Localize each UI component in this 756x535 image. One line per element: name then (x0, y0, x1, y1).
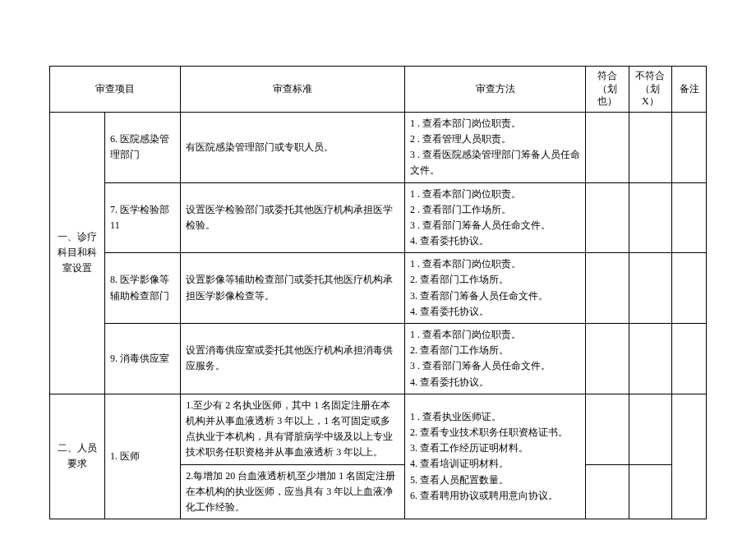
header-row: 审查项目 审查标准 审查方法 符合 （划也） 不符合 （划 X） 备注 (50, 67, 707, 113)
method-cell: 1 . 查看本部门岗位职责。 2 . 查看部门工作场所。 3 . 查看部门筹备人… (404, 182, 585, 253)
note-cell (672, 324, 707, 394)
conform-cell (586, 324, 629, 394)
note-cell (672, 253, 707, 324)
review-table: 审查项目 审查标准 审查方法 符合 （划也） 不符合 （划 X） 备注 一、诊疗… (49, 66, 707, 519)
table-row: 9. 消毒供应室 设置消毒供应室或委托其他医疗机构承担消毒供应服务。 1 . 查… (50, 324, 707, 394)
conform-cell (586, 112, 629, 182)
hdr-nonconform-sub: （划 X） (640, 83, 660, 108)
hdr-nonconform: 不符合 （划 X） (629, 67, 671, 113)
note-cell (672, 182, 707, 253)
subitem-cell: 8. 医学影像等辅助检查部门 (105, 253, 181, 324)
category-cell: 一、诊疗科目和科室设置 (50, 112, 105, 394)
subitem-cell: 7. 医学检验部11 (105, 182, 181, 253)
nonconform-cell (629, 464, 671, 519)
method-cell: 1 . 查看本部门岗位职责。 2. 查看部门工作场所。 3. 查看部门筹备人员任… (404, 253, 585, 324)
hdr-standard: 审查标准 (181, 67, 405, 113)
standard-cell: 设置影像等辅助检查部门或委托其他医疗机构承担医学影像检查等。 (181, 253, 405, 324)
method-cell: 1 . 查看执业医师证。 2. 查看专业技术职务任职资格证书。 3. 查看工作经… (404, 394, 585, 519)
subitem-cell: 1. 医师 (105, 394, 181, 519)
subitem-cell: 6. 医院感染管理部门 (105, 112, 181, 182)
standard-cell: 设置消毒供应室或委托其他医疗机构承担消毒供应服务。 (181, 324, 405, 394)
nonconform-cell (629, 253, 671, 324)
table-row: 8. 医学影像等辅助检查部门 设置影像等辅助检查部门或委托其他医疗机构承担医学影… (50, 253, 707, 324)
method-cell: 1 . 查看本部门岗位职责。 2 . 查看管理人员职责。 3 . 查看医院感染管… (404, 112, 585, 182)
standard-cell: 有医院感染管理部门或专职人员。 (181, 112, 405, 182)
table-row: 7. 医学检验部11 设置医学检验部门或委托其他医疗机构承担医学检验。 1 . … (50, 182, 707, 253)
subitem-cell: 9. 消毒供应室 (105, 324, 181, 394)
hdr-conform-sub: （划也） (597, 83, 617, 108)
nonconform-cell (629, 182, 671, 253)
hdr-note: 备注 (672, 67, 707, 113)
hdr-conform-label: 符合 (597, 70, 617, 81)
hdr-item: 审查项目 (50, 67, 181, 113)
category-cell: 二、人员要求 (50, 394, 105, 519)
conform-cell (586, 394, 629, 464)
nonconform-cell (629, 324, 671, 394)
hdr-nonconform-label: 不符合 (635, 70, 665, 81)
conform-cell (586, 182, 629, 253)
table-row: 二、人员要求 1. 医师 1.至少有 2 名执业医师，其中 1 名固定注册在本机… (50, 394, 707, 464)
hdr-conform: 符合 （划也） (586, 67, 629, 113)
table-row: 一、诊疗科目和科室设置 6. 医院感染管理部门 有医院感染管理部门或专职人员。 … (50, 112, 707, 182)
nonconform-cell (629, 394, 671, 464)
standard-cell: 1.至少有 2 名执业医师，其中 1 名固定注册在本机构并从事血液透析 3 年以… (181, 394, 405, 464)
method-cell: 1 . 查看本部门岗位职责。 2. 查看部门工作场所。 3 . 查看部门筹备人员… (404, 324, 585, 394)
standard-cell: 设置医学检验部门或委托其他医疗机构承担医学检验。 (181, 182, 405, 253)
standard-cell: 2.每增加 20 台血液透析机至少增加 1 名固定注册在本机构的执业医师，应当具… (181, 464, 405, 519)
hdr-method: 审查方法 (404, 67, 585, 113)
conform-cell (586, 464, 629, 519)
note-cell (672, 112, 707, 182)
conform-cell (586, 253, 629, 324)
note-cell (672, 394, 707, 519)
nonconform-cell (629, 112, 671, 182)
